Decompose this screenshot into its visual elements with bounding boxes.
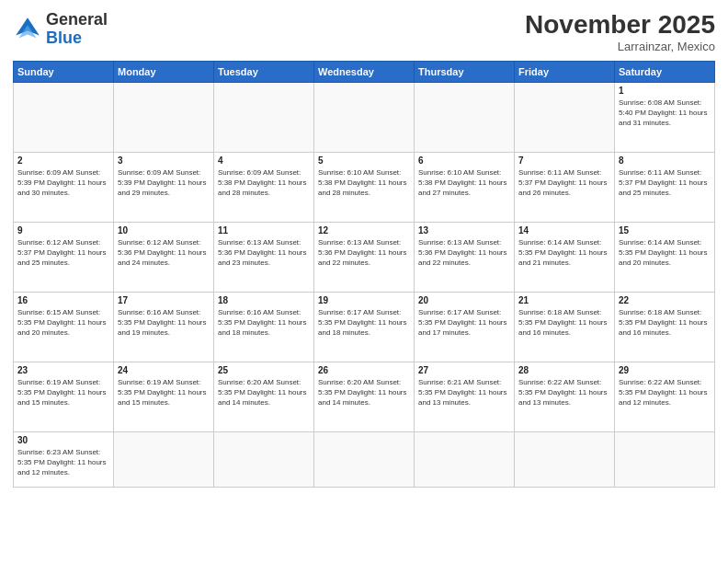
day-number: 11 [218,225,310,236]
calendar-cell: 6Sunrise: 6:10 AM Sunset: 5:38 PM Daylig… [415,152,515,222]
day-number: 23 [17,365,109,375]
day-info: Sunrise: 6:20 AM Sunset: 5:35 PM Dayligh… [318,377,410,408]
day-number: 15 [619,225,711,236]
day-info: Sunrise: 6:09 AM Sunset: 5:39 PM Dayligh… [118,167,210,199]
day-number: 30 [17,435,109,445]
day-number: 26 [318,365,410,375]
calendar-cell [515,82,615,152]
calendar-cell: 7Sunrise: 6:11 AM Sunset: 5:37 PM Daylig… [515,152,615,222]
col-saturday: Saturday [615,61,715,82]
day-info: Sunrise: 6:18 AM Sunset: 5:35 PM Dayligh… [518,307,610,339]
calendar-cell: 18Sunrise: 6:16 AM Sunset: 5:35 PM Dayli… [214,292,314,362]
day-number: 9 [17,225,109,236]
day-info: Sunrise: 6:14 AM Sunset: 5:35 PM Dayligh… [518,237,610,269]
day-number: 22 [619,295,711,305]
day-info: Sunrise: 6:14 AM Sunset: 5:35 PM Dayligh… [619,237,711,269]
calendar-cell: 17Sunrise: 6:16 AM Sunset: 5:35 PM Dayli… [114,292,214,362]
day-info: Sunrise: 6:17 AM Sunset: 5:35 PM Dayligh… [318,307,410,339]
calendar-cell [314,82,415,152]
logo: GeneralBlue [13,11,108,48]
calendar-cell: 11Sunrise: 6:13 AM Sunset: 5:36 PM Dayli… [214,222,314,292]
calendar-cell [415,431,515,487]
day-number: 18 [218,295,310,305]
col-sunday: Sunday [14,61,114,82]
calendar-cell [114,82,214,152]
calendar-table: Sunday Monday Tuesday Wednesday Thursday… [13,61,715,488]
day-info: Sunrise: 6:11 AM Sunset: 5:37 PM Dayligh… [619,167,711,199]
calendar-cell: 26Sunrise: 6:20 AM Sunset: 5:35 PM Dayli… [314,362,415,431]
calendar-header-row: Sunday Monday Tuesday Wednesday Thursday… [14,61,715,82]
day-info: Sunrise: 6:10 AM Sunset: 5:38 PM Dayligh… [418,167,510,199]
calendar-cell [615,431,715,487]
day-number: 29 [619,365,711,375]
day-info: Sunrise: 6:09 AM Sunset: 5:39 PM Dayligh… [17,167,109,199]
day-number: 19 [318,295,410,305]
day-number: 17 [118,295,210,305]
day-number: 24 [118,365,210,375]
day-info: Sunrise: 6:12 AM Sunset: 5:37 PM Dayligh… [17,237,109,269]
calendar-cell: 29Sunrise: 6:22 AM Sunset: 5:35 PM Dayli… [615,362,715,431]
calendar-cell: 27Sunrise: 6:21 AM Sunset: 5:35 PM Dayli… [415,362,515,431]
col-thursday: Thursday [415,61,515,82]
day-number: 27 [418,365,510,375]
day-info: Sunrise: 6:15 AM Sunset: 5:35 PM Dayligh… [17,307,109,339]
day-info: Sunrise: 6:23 AM Sunset: 5:35 PM Dayligh… [17,447,109,478]
page: GeneralBlue November 2025 Larrainzar, Me… [0,0,728,563]
calendar-cell: 16Sunrise: 6:15 AM Sunset: 5:35 PM Dayli… [14,292,114,362]
day-number: 7 [518,155,610,166]
day-info: Sunrise: 6:13 AM Sunset: 5:36 PM Dayligh… [218,237,310,269]
calendar-cell: 25Sunrise: 6:20 AM Sunset: 5:35 PM Dayli… [214,362,314,431]
day-info: Sunrise: 6:16 AM Sunset: 5:35 PM Dayligh… [218,307,310,339]
day-number: 1 [619,86,711,96]
day-number: 25 [218,365,310,375]
day-info: Sunrise: 6:19 AM Sunset: 5:35 PM Dayligh… [17,377,109,408]
calendar-cell: 5Sunrise: 6:10 AM Sunset: 5:38 PM Daylig… [314,152,415,222]
calendar-cell [214,82,314,152]
calendar-cell [314,431,415,487]
day-info: Sunrise: 6:19 AM Sunset: 5:35 PM Dayligh… [118,377,210,408]
day-info: Sunrise: 6:13 AM Sunset: 5:36 PM Dayligh… [318,237,410,269]
col-wednesday: Wednesday [314,61,415,82]
calendar-cell: 13Sunrise: 6:13 AM Sunset: 5:36 PM Dayli… [415,222,515,292]
location-text: Larrainzar, Mexico [525,40,715,53]
day-info: Sunrise: 6:21 AM Sunset: 5:35 PM Dayligh… [418,377,510,408]
day-number: 4 [218,155,310,166]
day-number: 13 [418,225,510,236]
day-number: 2 [17,155,109,166]
calendar-cell: 24Sunrise: 6:19 AM Sunset: 5:35 PM Dayli… [114,362,214,431]
day-number: 8 [619,155,711,166]
calendar-cell: 30Sunrise: 6:23 AM Sunset: 5:35 PM Dayli… [14,431,114,487]
calendar-cell: 19Sunrise: 6:17 AM Sunset: 5:35 PM Dayli… [314,292,415,362]
day-info: Sunrise: 6:12 AM Sunset: 5:36 PM Dayligh… [118,237,210,269]
day-info: Sunrise: 6:18 AM Sunset: 5:35 PM Dayligh… [619,307,711,339]
calendar-cell: 20Sunrise: 6:17 AM Sunset: 5:35 PM Dayli… [415,292,515,362]
day-number: 10 [118,225,210,236]
calendar-cell: 23Sunrise: 6:19 AM Sunset: 5:35 PM Dayli… [14,362,114,431]
day-number: 6 [418,155,510,166]
calendar-cell: 1Sunrise: 6:08 AM Sunset: 5:40 PM Daylig… [615,82,715,152]
day-number: 12 [318,225,410,236]
day-number: 16 [17,295,109,305]
day-info: Sunrise: 6:20 AM Sunset: 5:35 PM Dayligh… [218,377,310,408]
calendar-cell: 14Sunrise: 6:14 AM Sunset: 5:35 PM Dayli… [515,222,615,292]
calendar-cell: 15Sunrise: 6:14 AM Sunset: 5:35 PM Dayli… [615,222,715,292]
col-monday: Monday [114,61,214,82]
calendar-cell [14,82,114,152]
day-info: Sunrise: 6:22 AM Sunset: 5:35 PM Dayligh… [619,377,711,408]
day-info: Sunrise: 6:09 AM Sunset: 5:38 PM Dayligh… [218,167,310,199]
calendar-cell: 9Sunrise: 6:12 AM Sunset: 5:37 PM Daylig… [14,222,114,292]
day-info: Sunrise: 6:13 AM Sunset: 5:36 PM Dayligh… [418,237,510,269]
day-info: Sunrise: 6:16 AM Sunset: 5:35 PM Dayligh… [118,307,210,339]
day-number: 28 [518,365,610,375]
logo-text: GeneralBlue [46,11,108,48]
month-year-title: November 2025 [525,11,715,40]
calendar-cell [515,431,615,487]
logo-icon [13,15,42,44]
calendar-cell: 2Sunrise: 6:09 AM Sunset: 5:39 PM Daylig… [14,152,114,222]
col-friday: Friday [515,61,615,82]
calendar-cell: 22Sunrise: 6:18 AM Sunset: 5:35 PM Dayli… [615,292,715,362]
day-info: Sunrise: 6:08 AM Sunset: 5:40 PM Dayligh… [619,98,711,129]
day-info: Sunrise: 6:22 AM Sunset: 5:35 PM Dayligh… [518,377,610,408]
day-number: 21 [518,295,610,305]
day-number: 20 [418,295,510,305]
